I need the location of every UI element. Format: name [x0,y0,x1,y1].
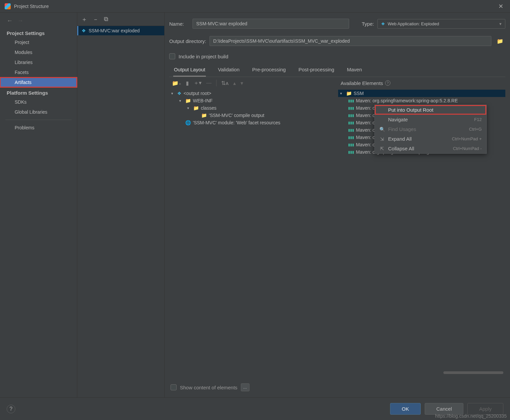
sidebar-item-project[interactable]: Project [0,37,77,47]
tab-preprocessing[interactable]: Pre-processing [252,64,286,77]
chevron-down-icon[interactable]: ▾ [171,91,175,96]
main-panel: Name: Type: ❖ Web Application: Exploded … [165,13,510,397]
watermark: https://blog.csdn.net/qq_25200335 [435,413,507,419]
library-icon: ▮▮▮ [348,113,354,118]
web-resources-icon: 🌐 [185,120,191,125]
titlebar: Project Structure ✕ [0,0,510,13]
tree-row: 🌐 'SSM-MVC' module: 'Web' facet resource… [169,119,337,126]
checkbox-icon [169,53,175,59]
artifact-icon: ❖ [82,28,86,33]
tabs: Output Layout Validation Pre-processing … [169,64,505,77]
context-expand-all[interactable]: ⇲ Expand All Ctrl+NumPad + [375,134,486,144]
dialog-title: Project Structure [14,4,49,9]
output-layout-tree[interactable]: ▾ ❖ <output root> ▾ 📁 WEB-INF ▾ 📁 [169,89,337,377]
horizontal-scrollbar[interactable] [340,371,504,375]
apply-button[interactable]: Apply [467,403,503,415]
include-label: Include in project build [179,54,228,59]
tree-row: ▾ ❖ <output root> [169,90,337,97]
available-elements-label: Available Elements [341,80,383,86]
library-icon: ▮▮▮ [348,143,354,147]
artifact-label: SSM-MVC:war exploded [89,28,140,33]
context-put-into-output-root[interactable]: Put into Output Root [375,105,486,115]
add-copy-icon[interactable]: ＋▾ [194,80,202,87]
add-icon[interactable]: ＋ [81,15,87,23]
library-icon: ▮▮▮ [348,106,354,110]
new-archive-icon[interactable]: ▮ [186,80,189,86]
show-content-checkbox[interactable] [171,384,177,390]
tree-row: ▮▮▮Maven: org.springframework:spring-aop… [338,97,506,104]
remove-icon[interactable]: － [93,15,99,23]
context-collapse-all[interactable]: ⇱ Collapse All Ctrl+NumPad - [375,144,486,153]
show-content-label: Show content of elements [180,385,238,390]
chevron-down-icon[interactable]: ▾ [340,91,344,96]
tab-output-layout[interactable]: Output Layout [173,64,206,77]
move-up-icon[interactable]: ▴ [233,80,236,86]
outdir-label: Output directory: [169,38,206,44]
sidebar-item-facets[interactable]: Facets [0,67,77,77]
module-icon: 📁 [346,91,352,96]
library-icon: ▮▮▮ [348,121,354,125]
tab-validation[interactable]: Validation [217,64,240,77]
close-icon[interactable]: ✕ [496,3,505,10]
context-menu: Put into Output Root Navigate F12 🔍 Find… [374,105,487,154]
chevron-down-icon[interactable]: ▾ [179,99,183,103]
sort-icon[interactable]: ⇅ᴀ [221,80,229,86]
tree-row: 📁 'SSM-MVC' compile output [169,112,337,119]
move-down-icon[interactable]: ▾ [241,80,243,86]
webapp-icon: ❖ [381,21,385,26]
name-label: Name: [169,21,189,27]
remove-item-icon[interactable]: — [206,80,212,86]
folder-icon: 📁 [185,98,191,103]
sidebar-heading-platform: Platform Settings [0,87,77,97]
type-value: Web Application: Exploded [388,21,439,26]
forward-icon[interactable]: → [17,17,23,24]
library-icon: ▮▮▮ [348,135,354,140]
context-find-usages: 🔍 Find Usages Ctrl+G [375,124,486,134]
output-directory-input[interactable] [210,36,491,46]
back-icon[interactable]: ← [7,17,13,24]
tab-postprocessing[interactable]: Post-processing [298,64,335,77]
chevron-down-icon: ▾ [499,21,502,26]
search-icon: 🔍 [379,127,385,132]
tree-row: ▾ 📁 SSM [338,90,506,97]
cancel-button[interactable]: Cancel [425,403,464,415]
sidebar-heading-project: Project Settings [0,28,77,37]
output-root-icon: ❖ [177,91,182,96]
sidebar-item-problems[interactable]: Problems [0,123,77,133]
sidebar-divider [5,120,72,120]
sidebar-item-modules[interactable]: Modules [0,47,77,57]
new-folder-icon[interactable]: 📁₊ [172,80,181,86]
collapse-icon: ⇱ [379,146,385,151]
chevron-down-icon[interactable]: ▾ [187,106,191,110]
sidebar-item-sdks[interactable]: SDKs [0,97,77,107]
sidebar-item-global-libraries[interactable]: Global Libraries [0,107,77,117]
tree-row: ▾ 📁 WEB-INF [169,97,337,104]
expand-icon: ⇲ [379,136,385,142]
tree-row: ▾ 📁 classes [169,104,337,112]
library-icon: ▮▮▮ [348,128,354,132]
name-input[interactable] [193,19,349,29]
sidebar-item-artifacts[interactable]: Artifacts [0,77,77,87]
include-in-build-checkbox[interactable]: Include in project build [169,53,505,59]
type-label: Type: [362,21,374,27]
ok-button[interactable]: OK [390,403,421,415]
artifact-list-panel: ＋ － ⧉ ❖ SSM-MVC:war exploded [77,13,165,397]
folder-icon: 📁 [193,105,199,111]
app-icon [5,3,11,9]
compile-output-icon: 📁 [201,113,207,118]
help-button[interactable]: ? [7,405,15,413]
ellipsis-button[interactable]: … [241,383,250,391]
library-icon: ▮▮▮ [348,150,354,154]
browse-folder-icon[interactable]: 📁 [495,38,505,44]
type-dropdown[interactable]: ❖ Web Application: Exploded ▾ [377,19,505,29]
tab-maven[interactable]: Maven [346,64,362,77]
artifact-list-item[interactable]: ❖ SSM-MVC:war exploded [77,26,164,35]
context-navigate[interactable]: Navigate F12 [375,115,486,124]
sidebar-item-libraries[interactable]: Libraries [0,57,77,67]
sidebar: ← → Project Settings Project Modules Lib… [0,13,77,397]
copy-icon[interactable]: ⧉ [104,16,108,23]
project-structure-dialog: Project Structure ✕ ← → Project Settings… [0,0,510,420]
help-icon[interactable]: ? [385,80,390,86]
dialog-footer: ? OK Cancel Apply [0,397,510,420]
library-icon: ▮▮▮ [348,99,354,103]
